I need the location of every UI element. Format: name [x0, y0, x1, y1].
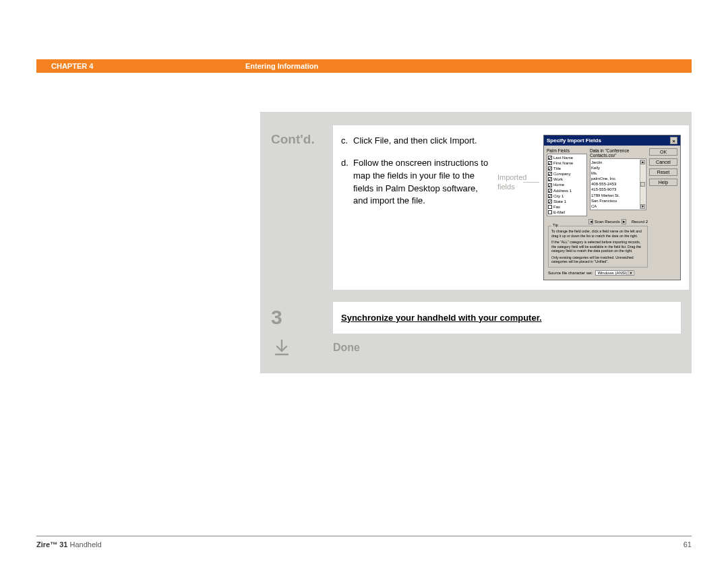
done-row: Done — [260, 334, 692, 373]
scan-label: Scan Records — [595, 220, 620, 224]
dialog-buttons: OK Cancel Reset Help — [649, 148, 677, 216]
instruction-letter: c. — [341, 135, 353, 148]
data-header: Data in "Conference Contacts.csv" — [590, 148, 646, 158]
field-checkbox[interactable] — [548, 183, 552, 187]
tip-text-2: If the "ALL" category is selected before… — [551, 240, 644, 253]
field-row[interactable]: Title — [548, 166, 586, 171]
field-row[interactable]: City 1 — [548, 193, 586, 199]
field-row[interactable]: First Name — [548, 160, 586, 166]
page-number: 61 — [684, 540, 692, 549]
field-name: First Name — [553, 160, 573, 166]
contd-content: c. Click File, and then click Import. d.… — [333, 125, 689, 290]
reset-button[interactable]: Reset — [649, 168, 677, 176]
field-checkbox[interactable] — [548, 189, 552, 193]
charset-row: Source file character set: Windows (ANSI… — [548, 270, 676, 276]
ok-button[interactable]: OK — [649, 148, 677, 156]
step-3-row: 3 Synchronize your handheld with your co… — [260, 302, 692, 334]
instruction-letter: d. — [341, 157, 353, 208]
sync-link[interactable]: Synchronize your handheld with your comp… — [341, 313, 542, 323]
field-name: Title — [553, 166, 561, 171]
field-checkbox[interactable] — [548, 166, 552, 170]
instruction-text: Click File, and then click Import. — [353, 135, 477, 148]
instruction-d: d. Follow the onscreen instructions to m… — [341, 157, 491, 208]
field-name: State 1 — [553, 199, 566, 204]
scrollbar[interactable]: ▲ ▼ — [640, 160, 645, 209]
done-arrow-icon — [271, 339, 324, 361]
product-bold: Zire™ 31 — [36, 540, 67, 549]
field-row[interactable]: State 1 — [548, 199, 586, 204]
charset-label: Source file character set: — [548, 271, 593, 275]
field-row[interactable]: Work — [548, 177, 586, 182]
palm-fields-column: Palm Fields Last NameFirst NameTitleComp… — [547, 148, 587, 216]
section-title: Entering Information — [245, 62, 318, 70]
data-column: Data in "Conference Contacts.csv" Jardin… — [590, 148, 646, 216]
product-rest: Handheld — [67, 540, 101, 549]
tip-box: Tip To change the field order, click a f… — [548, 226, 648, 268]
field-row[interactable]: Company — [548, 171, 586, 177]
data-value: 415-555-9073 — [591, 187, 640, 192]
scan-row: ◄ Scan Records ► Record 2 — [588, 219, 648, 224]
field-name: Last Name — [553, 155, 573, 160]
help-button[interactable]: Help — [649, 179, 677, 186]
instruction-text: Follow the onscreen instructions to map … — [353, 157, 491, 208]
contd-row: Cont'd. c. Click File, and then click Im… — [260, 112, 692, 302]
data-value: Ms. — [591, 170, 640, 176]
data-listbox[interactable]: JardinKellyMs.palmOne, Inc.408-555-24534… — [590, 158, 646, 210]
data-value: palmOne, Inc. — [591, 176, 640, 181]
scroll-down-icon[interactable]: ▼ — [640, 204, 645, 209]
instruction-c: c. Click File, and then click Import. — [341, 135, 491, 148]
field-checkbox[interactable] — [548, 205, 552, 209]
scan-prev-icon[interactable]: ◄ — [588, 219, 593, 224]
data-value: San Francisco — [591, 198, 640, 204]
dialog-screenshot: Specify Import Fields × Palm Fields Last… — [543, 135, 681, 280]
main-content-box: Cont'd. c. Click File, and then click Im… — [260, 112, 692, 373]
scan-next-icon[interactable]: ► — [621, 219, 626, 224]
field-checkbox[interactable] — [548, 210, 552, 214]
field-row[interactable]: E-Mail — [548, 210, 586, 215]
field-checkbox[interactable] — [548, 177, 552, 181]
field-name: E-Mail — [553, 210, 565, 215]
field-name: Address 1 — [553, 188, 572, 193]
field-row[interactable]: Fax — [548, 204, 586, 210]
instructions: c. Click File, and then click Import. d.… — [341, 135, 491, 280]
field-checkbox[interactable] — [548, 194, 552, 198]
palm-fields-listbox[interactable]: Last NameFirst NameTitleCompanyWorkHomeA… — [547, 154, 587, 216]
product-name: Zire™ 31 Handheld — [36, 540, 102, 549]
field-row[interactable]: Home — [548, 182, 586, 187]
field-name: Fax — [553, 204, 560, 210]
palm-fields-header: Palm Fields — [547, 148, 587, 153]
dialog-title-text: Specify Import Fields — [547, 137, 601, 144]
tip-label: Tip — [551, 223, 559, 227]
header-bar: CHAPTER 4 Entering Information — [36, 59, 692, 73]
scroll-up-icon[interactable]: ▲ — [640, 160, 645, 164]
step-number: 3 — [271, 302, 324, 334]
data-value: CA — [591, 204, 640, 209]
field-checkbox[interactable] — [548, 156, 552, 160]
footer: Zire™ 31 Handheld 61 — [36, 540, 692, 549]
step-3-content: Synchronize your handheld with your comp… — [333, 302, 681, 334]
record-indicator: Record 2 — [632, 220, 648, 224]
field-name: Home — [553, 182, 564, 187]
field-checkbox[interactable] — [548, 161, 552, 165]
close-icon[interactable]: × — [670, 137, 677, 144]
scroll-thumb[interactable] — [640, 182, 645, 187]
field-row[interactable]: Address 1 — [548, 188, 586, 193]
dialog-titlebar: Specify Import Fields × — [544, 135, 680, 146]
contd-label: Cont'd. — [271, 125, 324, 290]
tip-text-3: Only existing categories will be matched… — [551, 255, 644, 264]
field-name: City 1 — [553, 193, 564, 199]
field-checkbox[interactable] — [548, 172, 552, 176]
done-label: Done — [333, 339, 681, 361]
field-row[interactable]: Last Name — [548, 155, 586, 160]
data-value: Jardin — [591, 160, 640, 165]
import-dialog: Specify Import Fields × Palm Fields Last… — [543, 135, 681, 280]
data-value: 1789 Market St. — [591, 193, 640, 198]
field-checkbox[interactable] — [548, 199, 552, 204]
tip-text-1: To change the field order, click a field… — [551, 229, 644, 238]
callout-label: Imported fields — [497, 135, 537, 280]
charset-select[interactable]: Windows (ANSI) — [595, 270, 634, 276]
dialog-body: Palm Fields Last NameFirst NameTitleComp… — [544, 146, 680, 280]
data-value: 408-555-2453 — [591, 181, 640, 187]
cancel-button[interactable]: Cancel — [649, 158, 677, 166]
field-name: Work — [553, 177, 563, 182]
